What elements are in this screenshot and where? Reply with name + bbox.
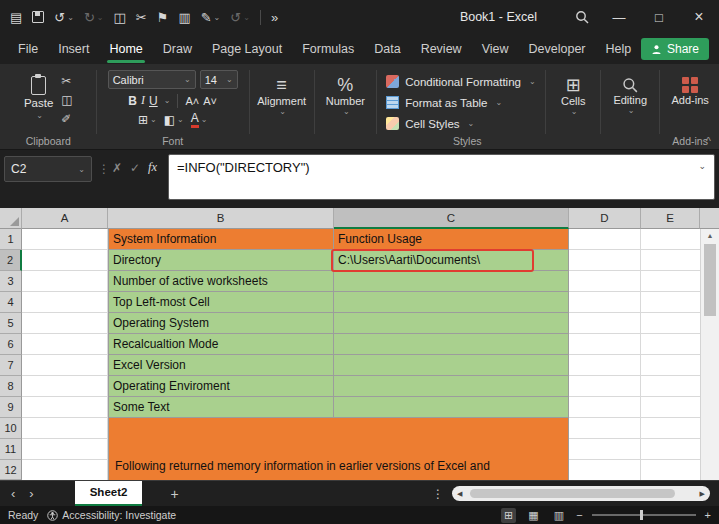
search-icon[interactable]: [565, 0, 599, 34]
tab-developer[interactable]: Developer: [519, 34, 596, 64]
tab-file[interactable]: File: [8, 34, 48, 64]
enter-icon[interactable]: ✓: [130, 161, 140, 175]
tab-insert[interactable]: Insert: [48, 34, 99, 64]
row-header-2[interactable]: 2: [0, 250, 22, 271]
tab-page-layout[interactable]: Page Layout: [202, 34, 292, 64]
close-button[interactable]: ×: [679, 0, 719, 34]
row-header-4[interactable]: 4: [0, 292, 22, 313]
conditional-formatting-button[interactable]: Conditional Formatting ⌄: [386, 73, 535, 90]
vertical-scroll-thumb[interactable]: [704, 244, 716, 316]
format-as-table-button[interactable]: Format as Table ⌄: [386, 94, 502, 111]
new-sheet-button[interactable]: +: [170, 486, 178, 502]
sheet-tab-sheet2[interactable]: Sheet2: [75, 481, 143, 507]
drag-handle-icon[interactable]: ⋮: [98, 162, 110, 176]
editing-group[interactable]: Editing ⌄: [604, 68, 656, 136]
app-launcher-icon[interactable]: ▤: [10, 10, 22, 25]
cell-b8[interactable]: Operating Enviroment: [108, 376, 334, 397]
tab-formulas[interactable]: Formulas: [292, 34, 364, 64]
zoom-slider[interactable]: [592, 514, 696, 516]
gallery-icon[interactable]: ▥: [178, 10, 190, 25]
zoom-slider-knob[interactable]: [640, 510, 643, 520]
insert-function-icon[interactable]: fx: [148, 160, 157, 175]
tab-view[interactable]: View: [472, 34, 519, 64]
tab-data[interactable]: Data: [364, 34, 410, 64]
cell-c5[interactable]: [334, 313, 569, 334]
page-break-view-icon[interactable]: ▥: [551, 508, 567, 523]
column-header-d[interactable]: D: [569, 208, 641, 229]
cell-b9[interactable]: Some Text: [108, 397, 334, 418]
normal-view-icon[interactable]: ⊞: [501, 508, 516, 523]
cell-b6[interactable]: Recalcualtion Mode: [108, 334, 334, 355]
page-layout-view-icon[interactable]: ▦: [525, 508, 541, 523]
next-sheet-icon[interactable]: ›: [22, 486, 40, 501]
maximize-button[interactable]: □: [639, 0, 679, 34]
row-header-10[interactable]: 10: [0, 418, 22, 439]
row-header-9[interactable]: 9: [0, 397, 22, 418]
grow-font-button[interactable]: A˄: [185, 95, 199, 107]
scroll-up-icon[interactable]: ▲: [701, 229, 719, 242]
copy-icon[interactable]: ◫: [114, 10, 126, 25]
redo-icon[interactable]: ↻⌄: [84, 10, 104, 25]
select-all-corner[interactable]: [0, 208, 22, 229]
cell-c9[interactable]: [334, 397, 569, 418]
cell-b5[interactable]: Operating System: [108, 313, 334, 334]
name-box[interactable]: C2 ⌄: [4, 156, 92, 182]
cell-b1[interactable]: System Information: [108, 229, 334, 250]
font-size-combo[interactable]: 14⌄: [200, 70, 238, 89]
row-header-5[interactable]: 5: [0, 313, 22, 334]
tab-review[interactable]: Review: [411, 34, 472, 64]
save-icon[interactable]: [32, 11, 44, 23]
row-header-1[interactable]: 1: [0, 229, 22, 250]
shrink-font-button[interactable]: A˅: [203, 95, 217, 107]
paste-button[interactable]: Paste ⌄: [24, 70, 53, 126]
row-header-12[interactable]: 12: [0, 460, 22, 480]
expand-formula-bar-icon[interactable]: ⌄: [698, 161, 706, 171]
row-header-7[interactable]: 7: [0, 355, 22, 376]
tab-options-icon[interactable]: ⋮: [432, 487, 444, 501]
alignment-group[interactable]: ≡ Alignment ⌄: [253, 68, 311, 136]
cell-c8[interactable]: [334, 376, 569, 397]
accessibility-checker[interactable]: Accessibility: Investigate: [47, 509, 176, 521]
minimize-button[interactable]: —: [599, 0, 639, 34]
flag-icon[interactable]: ⚑: [157, 10, 169, 25]
cut-icon[interactable]: ✂: [61, 74, 72, 88]
row-header-8[interactable]: 8: [0, 376, 22, 397]
copy-icon[interactable]: ◫: [61, 93, 72, 107]
cells-group[interactable]: ⊞ Cells ⌄: [549, 68, 597, 136]
row-header-6[interactable]: 6: [0, 334, 22, 355]
cell-c7[interactable]: [334, 355, 569, 376]
undo-icon[interactable]: ↺⌄: [54, 10, 74, 25]
tab-home[interactable]: Home: [99, 34, 152, 64]
cut-icon[interactable]: ✂: [136, 10, 147, 25]
zoom-in-icon[interactable]: +: [705, 509, 711, 521]
cell-b3[interactable]: Number of active worksheets: [108, 271, 334, 292]
vertical-scrollbar[interactable]: ▲: [700, 229, 719, 480]
cancel-icon[interactable]: ✗: [112, 161, 122, 175]
cell-styles-button[interactable]: Cell Styles ⌄: [386, 115, 474, 132]
scroll-right-icon[interactable]: ▶: [700, 490, 705, 498]
bold-button[interactable]: B: [128, 94, 137, 108]
cell-b4[interactable]: Top Left-most Cell: [108, 292, 334, 313]
format-painter-icon[interactable]: ✐: [61, 112, 72, 126]
share-button[interactable]: Share: [641, 38, 709, 60]
collapse-ribbon-icon[interactable]: ^: [706, 135, 711, 147]
column-header-b[interactable]: B: [108, 208, 334, 229]
column-header-a[interactable]: A: [22, 208, 108, 229]
more-commands-icon[interactable]: »: [271, 10, 278, 25]
number-group[interactable]: % Number ⌄: [317, 68, 373, 136]
cell-c6[interactable]: [334, 334, 569, 355]
horizontal-scroll-thumb[interactable]: [470, 489, 675, 498]
column-header-c[interactable]: C: [334, 208, 569, 229]
row-header-11[interactable]: 11: [0, 439, 22, 460]
zoom-out-icon[interactable]: −: [576, 509, 582, 521]
cell-c4[interactable]: [334, 292, 569, 313]
font-name-combo[interactable]: Calibri⌄: [108, 70, 196, 89]
cell-c3[interactable]: [334, 271, 569, 292]
merged-note-cell[interactable]: Following returned memory information in…: [108, 418, 569, 480]
underline-button[interactable]: U: [149, 94, 158, 108]
tab-help[interactable]: Help: [596, 34, 642, 64]
scroll-left-icon[interactable]: ◀: [457, 490, 462, 498]
cell-b7[interactable]: Excel Version: [108, 355, 334, 376]
cell-b2[interactable]: Directory: [108, 250, 334, 271]
column-header-e[interactable]: E: [641, 208, 700, 229]
